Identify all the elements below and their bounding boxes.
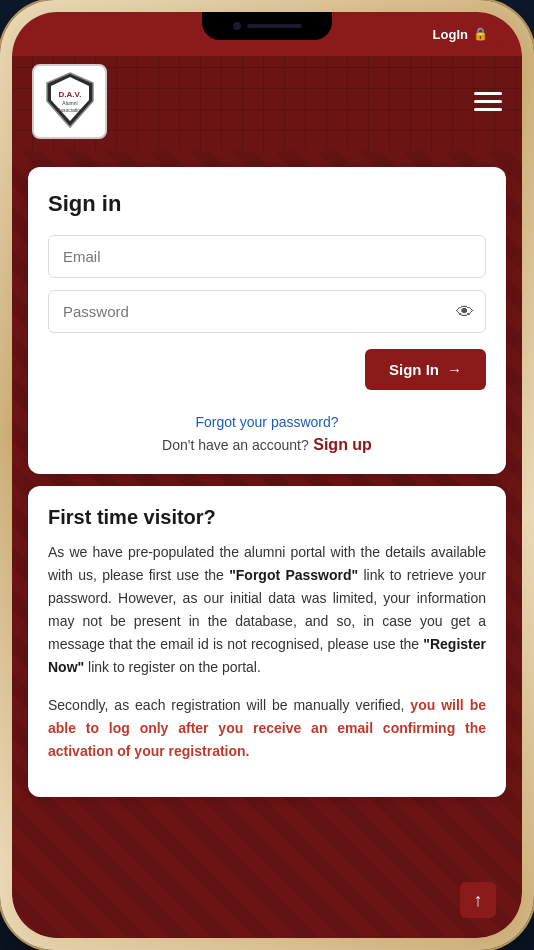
info-paragraph-1: As we have pre-populated the alumni port…: [48, 541, 486, 680]
toggle-password-icon[interactable]: 👁: [456, 301, 474, 322]
email-input[interactable]: [48, 235, 486, 278]
password-wrapper: 👁: [48, 290, 486, 333]
sign-in-arrow-icon: →: [447, 361, 462, 378]
notch: [202, 12, 332, 40]
hamburger-menu[interactable]: [474, 92, 502, 111]
logo: D.A.V. Alumni Association: [41, 67, 99, 137]
app-header: D.A.V. Alumni Association: [12, 56, 522, 151]
scroll-top-icon: ↑: [474, 890, 483, 911]
sign-in-title: Sign in: [48, 191, 486, 217]
hamburger-line-3: [474, 108, 502, 111]
login-button-label: LogIn: [433, 27, 468, 42]
info-p1-end: link to register on the portal.: [84, 659, 261, 675]
info-title: First time visitor?: [48, 506, 486, 529]
password-input[interactable]: [48, 290, 486, 333]
logo-shield-icon: D.A.V. Alumni Association: [45, 71, 95, 129]
forgot-password-link[interactable]: Forgot your password?: [48, 414, 486, 430]
info-p2-start: Secondly, as each registration will be m…: [48, 697, 410, 713]
notch-speaker: [247, 24, 302, 28]
svg-marker-1: [51, 77, 89, 121]
sign-in-row: Sign In →: [48, 349, 486, 390]
screen-content: Sign in 👁 Sign In → Forgot your password…: [12, 151, 522, 938]
sign-in-button-label: Sign In: [389, 361, 439, 378]
svg-text:Alumni: Alumni: [62, 100, 77, 106]
sign-in-card: Sign in 👁 Sign In → Forgot your password…: [28, 167, 506, 474]
hamburger-line-1: [474, 92, 502, 95]
svg-text:Association: Association: [57, 107, 83, 113]
notch-camera: [233, 22, 241, 30]
sign-in-button[interactable]: Sign In →: [365, 349, 486, 390]
scroll-top-button[interactable]: ↑: [460, 882, 496, 918]
info-paragraph-2: Secondly, as each registration will be m…: [48, 694, 486, 763]
lock-icon: 🔒: [473, 27, 488, 41]
phone-frame: LogIn 🔒 D.A.V. Alumni Association: [0, 0, 534, 950]
login-button[interactable]: LogIn 🔒: [419, 21, 502, 48]
info-p1-bold: "Forgot Password": [229, 567, 358, 583]
hamburger-line-2: [474, 100, 502, 103]
info-card: First time visitor? As we have pre-popul…: [28, 486, 506, 797]
logo-container: D.A.V. Alumni Association: [32, 64, 107, 139]
forgot-section: Forgot your password? Don't have an acco…: [48, 406, 486, 454]
signup-link[interactable]: Sign up: [313, 436, 372, 453]
status-bar: LogIn 🔒: [12, 12, 522, 56]
no-account-text: Don't have an account?: [162, 437, 309, 453]
phone-screen: LogIn 🔒 D.A.V. Alumni Association: [12, 12, 522, 938]
svg-text:D.A.V.: D.A.V.: [58, 90, 81, 99]
